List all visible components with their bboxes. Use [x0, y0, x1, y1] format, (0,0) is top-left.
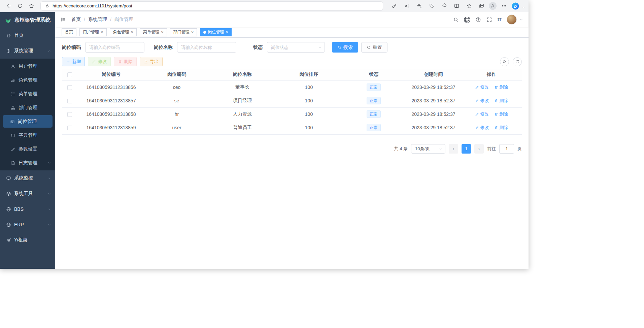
- favorites-icon[interactable]: [464, 1, 474, 11]
- read-aloud-icon[interactable]: [402, 1, 412, 11]
- row-delete-link[interactable]: 删除: [494, 125, 508, 131]
- sidebar-item-dict-mgmt[interactable]: 字典管理: [0, 128, 55, 142]
- sidebar-item-system-monitor[interactable]: 系统监控: [0, 170, 55, 186]
- split-screen-icon[interactable]: [451, 1, 462, 11]
- sidebar-item-system-tools[interactable]: 系统工具: [0, 186, 55, 201]
- sidebar-item-dept-mgmt[interactable]: 部门管理: [0, 101, 55, 114]
- status-select[interactable]: [267, 42, 325, 53]
- sidebar-item-erp[interactable]: ERP: [0, 217, 55, 232]
- font-size-icon[interactable]: tT: [498, 17, 501, 22]
- fullscreen-icon[interactable]: [486, 17, 492, 23]
- breadcrumb-separator: /: [84, 17, 85, 22]
- close-icon[interactable]: ×: [226, 30, 228, 34]
- user-avatar[interactable]: [507, 14, 517, 25]
- sidebar-item-menu-mgmt[interactable]: 菜单管理: [0, 87, 55, 101]
- close-icon[interactable]: ×: [101, 30, 103, 34]
- page-unit-label: 页: [517, 146, 522, 152]
- profile-avatar[interactable]: [489, 2, 497, 10]
- sidebar-item-label: Yi框架: [14, 237, 28, 243]
- extensions-icon[interactable]: [439, 1, 449, 11]
- sidebar-item-param-settings[interactable]: 参数设置: [0, 142, 55, 156]
- close-icon[interactable]: ×: [191, 30, 194, 34]
- close-icon[interactable]: ×: [161, 30, 164, 34]
- tab-home[interactable]: 首页: [62, 28, 76, 36]
- sidebar-item-yi-framework[interactable]: Yi框架: [0, 232, 55, 248]
- row-checkbox[interactable]: [67, 99, 72, 103]
- select-all-checkbox[interactable]: [67, 72, 72, 77]
- page-size-select[interactable]: [411, 144, 445, 154]
- export-button[interactable]: 导出: [140, 57, 163, 66]
- row-checkbox[interactable]: [67, 126, 72, 130]
- row-edit-link[interactable]: 修改: [475, 125, 489, 131]
- org-tree-icon: [11, 105, 15, 110]
- zoom-icon[interactable]: [414, 1, 424, 11]
- lock-icon[interactable]: [45, 4, 49, 8]
- sidebar-item-post-mgmt[interactable]: 岗位管理: [3, 115, 53, 128]
- row-edit-link[interactable]: 修改: [475, 111, 489, 117]
- row-delete-link[interactable]: 删除: [494, 111, 508, 117]
- reset-button[interactable]: 重置: [361, 42, 387, 53]
- tab-role-mgmt[interactable]: 角色管理 ×: [110, 28, 137, 36]
- status-select-input[interactable]: [267, 42, 325, 53]
- search-icon[interactable]: [453, 17, 459, 23]
- table-row[interactable]: 1641030593112313859 user 普通员工 100 正常 202…: [62, 121, 522, 134]
- shopping-icon[interactable]: [427, 1, 437, 11]
- refresh-button[interactable]: [15, 1, 25, 11]
- user-caret-icon[interactable]: [519, 18, 523, 22]
- row-checkbox[interactable]: [67, 112, 72, 117]
- prev-page-button[interactable]: ‹: [449, 144, 458, 154]
- tab-dept-mgmt[interactable]: 部门管理 ×: [170, 28, 197, 36]
- bing-icon[interactable]: b: [511, 2, 519, 10]
- sidebar-item-role-mgmt[interactable]: 角色管理: [0, 73, 55, 87]
- page-size-value[interactable]: [411, 144, 445, 154]
- sidebar-toggle-icon[interactable]: [61, 17, 66, 22]
- table-row[interactable]: 1641030593112313858 hr 人力资源 100 正常 2023-…: [62, 107, 522, 121]
- sidebar-item-bbs[interactable]: BBS: [0, 201, 55, 217]
- table-row[interactable]: 1641030593112313857 se 项目经理 100 正常 2023-…: [62, 94, 522, 107]
- collections-icon[interactable]: [476, 1, 486, 11]
- show-search-icon[interactable]: [500, 57, 509, 66]
- page-number-current[interactable]: 1: [462, 144, 471, 154]
- address-bar[interactable]: https://ccnetcore.com:1101/system/post: [40, 1, 383, 10]
- tab-user-mgmt[interactable]: 用户管理 ×: [79, 28, 107, 36]
- sidebar-item-home[interactable]: 首页: [0, 28, 55, 43]
- home-button[interactable]: [26, 1, 36, 11]
- search-button[interactable]: 搜索: [332, 42, 358, 53]
- refresh-table-icon[interactable]: [513, 57, 522, 66]
- delete-button[interactable]: 删除: [114, 57, 137, 66]
- goto-label: 前往: [487, 146, 496, 152]
- url-text: https://ccnetcore.com:1101/system/post: [53, 3, 132, 8]
- tab-post-mgmt[interactable]: 岗位管理 ×: [200, 28, 232, 36]
- goto-page-input[interactable]: [499, 144, 514, 154]
- bing-caret-icon[interactable]: [522, 6, 525, 9]
- sidebar-item-log-mgmt[interactable]: 日志管理: [0, 156, 55, 170]
- sidebar-item-label: 用户管理: [19, 63, 37, 69]
- chrome-toolbar-icons: b: [389, 1, 525, 11]
- breadcrumb-item[interactable]: 首页: [71, 17, 81, 23]
- help-icon[interactable]: [475, 17, 481, 23]
- github-icon[interactable]: [464, 17, 470, 23]
- cell-post-name: 人力资源: [209, 107, 276, 121]
- row-edit-link[interactable]: 修改: [475, 84, 489, 90]
- cell-created-time: 2023-03-29 18:52:37: [406, 80, 461, 94]
- more-menu-icon[interactable]: [499, 1, 509, 11]
- back-button[interactable]: [3, 1, 13, 11]
- sidebar-item-system-mgmt[interactable]: 系统管理: [0, 43, 55, 59]
- next-page-button[interactable]: ›: [474, 144, 484, 154]
- sidebar-item-user-mgmt[interactable]: 用户管理: [0, 59, 55, 73]
- close-icon[interactable]: ×: [131, 30, 134, 34]
- app-logo: 意框架管理系统: [0, 12, 55, 28]
- breadcrumb-item[interactable]: 系统管理: [88, 17, 107, 23]
- post-code-input[interactable]: [85, 42, 144, 53]
- post-name-input[interactable]: [177, 42, 236, 53]
- add-button[interactable]: 新增: [62, 57, 85, 66]
- row-checkbox[interactable]: [67, 85, 72, 90]
- trash-icon: [494, 112, 498, 116]
- edit-button[interactable]: 修改: [88, 57, 111, 66]
- table-row[interactable]: 1641030593112313856 ceo 董事长 100 正常 2023-…: [62, 80, 522, 94]
- key-icon[interactable]: [389, 1, 399, 11]
- row-delete-link[interactable]: 删除: [494, 84, 508, 90]
- row-delete-link[interactable]: 删除: [494, 98, 508, 104]
- tab-menu-mgmt[interactable]: 菜单管理 ×: [140, 28, 167, 36]
- row-edit-link[interactable]: 修改: [475, 98, 489, 104]
